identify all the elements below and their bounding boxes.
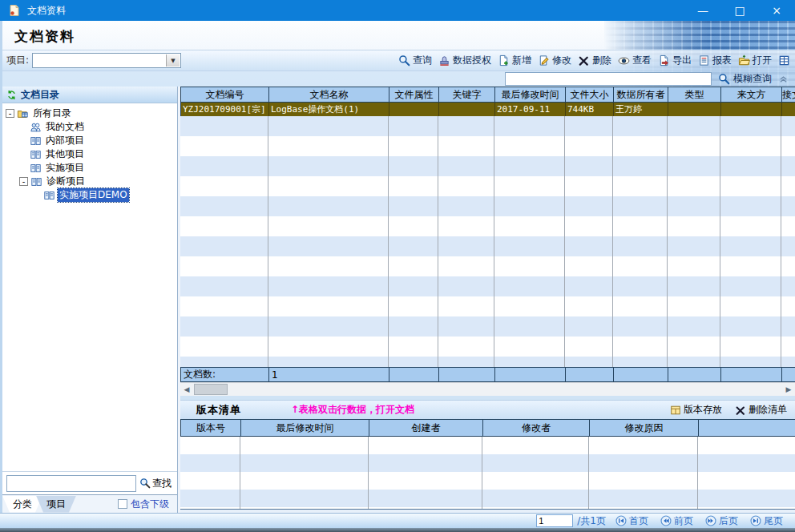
chevron-down-icon[interactable]: ▼	[166, 54, 180, 66]
toolbar-button-label: 导出	[672, 54, 692, 67]
include-sub-checkbox[interactable]	[118, 499, 127, 509]
toolbar-button-authorize[interactable]: 数据授权	[438, 54, 491, 67]
toolbar-button-label: 报表	[712, 54, 732, 67]
table-cell	[721, 103, 782, 116]
edit-icon	[538, 54, 550, 66]
fuzzy-search-button[interactable]: 模糊查询	[718, 72, 772, 86]
grid-icon	[778, 54, 790, 66]
page-button-next-page[interactable]: 后页	[705, 514, 738, 528]
search-icon	[718, 73, 730, 85]
toolbar-button-view[interactable]: 查看	[618, 54, 652, 67]
scroll-right-arrow-icon[interactable]: ▶	[782, 383, 795, 396]
scrollbar-thumb[interactable]	[194, 384, 228, 395]
column-header[interactable]: 文档编号	[181, 87, 269, 102]
tree-find-button[interactable]: 查找	[139, 477, 172, 490]
toolbar-button-label: 数据授权	[453, 54, 491, 67]
folder-icon	[17, 108, 29, 119]
version-column-header[interactable]	[699, 420, 795, 436]
toolbar-button-label: 删除	[592, 54, 611, 67]
page-button-prev-page[interactable]: 前页	[660, 514, 693, 528]
tree-item[interactable]: -诊断项目	[2, 175, 177, 188]
toolbar-button-grid[interactable]	[778, 54, 790, 66]
tree-item[interactable]: 内部项目	[2, 134, 177, 147]
tree-find-input[interactable]	[6, 475, 136, 492]
column-header[interactable]: 数据所有者	[614, 87, 668, 102]
page-button-label: 前页	[674, 514, 693, 528]
page-total-label: /共1页	[577, 514, 606, 528]
tree-item[interactable]: 实施项目DEMO	[2, 188, 177, 202]
horizontal-scrollbar[interactable]: ◀ ▶	[180, 382, 795, 396]
table-cell	[782, 103, 795, 116]
toolbar-button-open[interactable]: 打开	[738, 54, 772, 67]
table-row[interactable]: YZJ201709001[宗]LogBase操作文档(1)2017-09-117…	[180, 103, 795, 116]
version-column-header[interactable]: 修改原因	[590, 420, 699, 436]
sidebar-tab[interactable]: 项目	[36, 496, 76, 513]
column-header[interactable]: 接文方	[782, 87, 795, 102]
scroll-left-arrow-icon[interactable]: ◀	[180, 383, 193, 396]
version-table-header: 版本号最后修改时间创建者修改者修改原因	[180, 419, 795, 437]
column-header[interactable]: 关键字	[439, 87, 495, 102]
toolbar-button-edit[interactable]: 修改	[538, 54, 571, 67]
book-icon	[30, 149, 42, 160]
last-page-icon	[750, 515, 761, 526]
grid-line	[612, 116, 613, 367]
toolbar-button-export[interactable]: 导出	[658, 54, 692, 67]
tree-item-label: 所有目录	[31, 107, 73, 120]
toolbar-button-search[interactable]: 查询	[398, 54, 432, 67]
tree-item[interactable]: -所有目录	[2, 107, 177, 120]
new-icon	[498, 54, 510, 66]
book-icon	[43, 190, 55, 201]
tree-expander-icon[interactable]: -	[19, 177, 28, 186]
column-header[interactable]: 文档名称	[269, 87, 389, 102]
include-sub-option[interactable]: 包含下级	[118, 498, 169, 511]
app-window: 文档资料 — □ × 文档资料 项目: ▼ 查询数据授权新增修改删除查看导出报表…	[0, 0, 795, 532]
tree-item[interactable]: 其他项目	[2, 147, 177, 161]
column-header[interactable]: 最后修改时间	[495, 87, 566, 102]
page-button-label: 尾页	[764, 514, 783, 528]
page-button-label: 首页	[629, 514, 648, 528]
toolbar-button-new[interactable]: 新增	[498, 54, 531, 67]
grid-line	[720, 116, 720, 367]
include-sub-label: 包含下级	[131, 498, 169, 511]
grid-line	[388, 116, 389, 367]
version-table-body[interactable]	[180, 437, 795, 510]
version-section-title: 版本清单	[196, 403, 241, 417]
page-number-input[interactable]	[536, 514, 573, 527]
collapse-chevron-icon[interactable]	[778, 74, 789, 84]
maximize-button[interactable]: □	[721, 0, 758, 21]
version-column-header[interactable]: 版本号	[181, 420, 241, 436]
grid-line	[240, 437, 240, 509]
tree-expander-icon[interactable]: -	[6, 109, 14, 118]
version-column-header[interactable]: 修改者	[483, 420, 590, 436]
close-button[interactable]: ×	[758, 0, 795, 21]
fuzzy-search-input[interactable]	[505, 72, 712, 86]
version-column-header[interactable]: 最后修改时间	[241, 420, 369, 436]
tree-item[interactable]: 实施项目	[2, 161, 177, 175]
window-title: 文档资料	[27, 4, 66, 18]
project-combobox[interactable]: ▼	[32, 53, 181, 68]
toolbar-button-report[interactable]: 报表	[698, 54, 732, 67]
refresh-icon[interactable]	[6, 90, 17, 100]
tree-item[interactable]: 我的文档	[2, 120, 177, 134]
project-input[interactable]	[33, 54, 170, 67]
sidebar-tab[interactable]: 分类	[2, 496, 42, 513]
column-header[interactable]: 文件属性	[389, 87, 439, 102]
version-column-header[interactable]: 创建者	[369, 420, 483, 436]
page-button-last-page[interactable]: 尾页	[750, 514, 783, 528]
column-header[interactable]: 类型	[668, 87, 721, 102]
column-header[interactable]: 文件大小	[566, 87, 614, 102]
page-button-first-page[interactable]: 首页	[615, 514, 648, 528]
column-header[interactable]: 来文方	[721, 87, 782, 102]
toolbar-button-delete[interactable]: 删除	[578, 54, 611, 67]
minimize-button[interactable]: —	[684, 0, 721, 21]
window-controls: — □ ×	[684, 0, 795, 21]
version-button-versions[interactable]: 版本存放	[670, 403, 722, 417]
table-cell: 744KB	[566, 103, 614, 116]
main-table-body[interactable]	[180, 116, 795, 367]
delete-icon	[578, 54, 590, 66]
delete-icon	[735, 405, 746, 416]
version-section-bar: 版本清单 ↑表格双击行数据，打开文档 版本存放删除清单	[180, 400, 795, 419]
version-button-label: 删除清单	[749, 403, 787, 417]
sidebar-header-label: 文档目录	[21, 88, 59, 102]
version-button-delete[interactable]: 删除清单	[735, 403, 787, 417]
